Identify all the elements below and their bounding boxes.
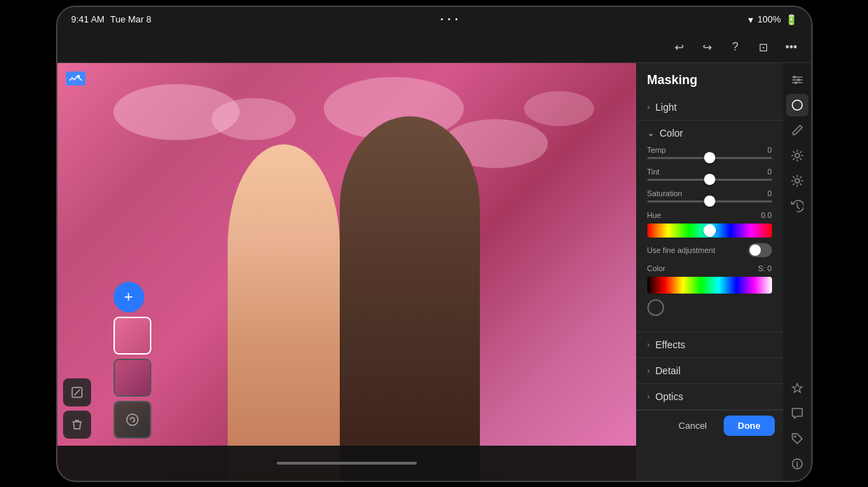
light-section-header[interactable]: › Light xyxy=(636,95,783,120)
tint-value: 0 xyxy=(767,167,771,176)
hide-button[interactable]: ⊡ xyxy=(752,36,775,58)
saturation-label: Saturation xyxy=(647,189,682,198)
svg-point-4 xyxy=(793,76,796,78)
saturation-value: 0 xyxy=(767,189,771,198)
photo-overlay-icon xyxy=(66,71,85,85)
temp-value: 0 xyxy=(767,146,771,154)
svg-point-8 xyxy=(795,153,799,158)
history-icon[interactable] xyxy=(786,195,808,217)
toggle-knob xyxy=(750,245,761,256)
photo-background: + xyxy=(57,63,636,481)
tag-icon[interactable] xyxy=(786,427,808,450)
optics-chevron-icon: › xyxy=(647,392,650,402)
mask-thumbnail-1[interactable] xyxy=(113,317,151,355)
color-section-label: Color xyxy=(660,128,683,139)
alt-gear-icon[interactable] xyxy=(786,170,808,192)
tint-thumb[interactable] xyxy=(704,174,715,185)
temp-label: Temp xyxy=(647,146,666,154)
circle-icon[interactable] xyxy=(786,94,808,116)
hue-slider[interactable] xyxy=(647,224,772,238)
bottom-action-bar: Cancel Done xyxy=(636,410,783,441)
side-icon-bar xyxy=(783,63,811,481)
svg-point-10 xyxy=(794,435,796,437)
color-empty-circle[interactable] xyxy=(647,299,664,316)
effects-section-label: Effects xyxy=(656,339,686,350)
panel-title: Masking xyxy=(636,63,783,95)
redo-button[interactable]: ↪ xyxy=(696,36,719,58)
effects-section-header[interactable]: › Effects xyxy=(636,332,783,357)
color-gradient-bar[interactable] xyxy=(647,277,772,294)
color-picker-label: Color xyxy=(647,264,666,273)
photo-area: + xyxy=(57,63,636,481)
toolbar: ↩ ↪ ? ⊡ ••• xyxy=(57,32,811,63)
detail-section-header[interactable]: › Detail xyxy=(636,358,783,383)
color-section-header[interactable]: ⌄ Color xyxy=(636,121,783,146)
svg-point-6 xyxy=(794,81,797,84)
detail-section-label: Detail xyxy=(656,365,681,376)
adjust-icon[interactable] xyxy=(786,69,808,91)
main-content: + xyxy=(57,63,811,481)
comment-icon[interactable] xyxy=(786,402,808,425)
cancel-button[interactable]: Cancel xyxy=(668,416,718,436)
help-button[interactable]: ? xyxy=(724,36,747,58)
person-right xyxy=(340,116,480,481)
dots-icon: • • • xyxy=(441,15,459,23)
star-icon[interactable] xyxy=(786,377,808,399)
tint-label: Tint xyxy=(647,167,660,176)
detail-chevron-icon: › xyxy=(647,366,650,376)
status-center: • • • xyxy=(441,15,459,23)
ipad-frame: 9:41 AM Tue Mar 8 • • • ▾ 100% 🔋 ↩ ↪ ? ⊡… xyxy=(56,6,813,482)
fine-adjustment-toggle[interactable] xyxy=(748,243,772,257)
status-bar: 9:41 AM Tue Mar 8 • • • ▾ 100% 🔋 xyxy=(57,7,811,32)
undo-button[interactable]: ↩ xyxy=(668,36,691,58)
delete-button[interactable] xyxy=(63,411,91,439)
color-picker-label-row: Color S: 0 xyxy=(647,264,772,273)
mask-thumbnail-3[interactable] xyxy=(113,401,151,439)
people-image xyxy=(214,116,480,481)
svg-point-5 xyxy=(797,78,800,81)
filmstrip-bar xyxy=(277,462,417,465)
hue-label-row: Hue 0.0 xyxy=(647,211,772,219)
saturation-thumb[interactable] xyxy=(704,196,715,207)
saturation-slider-row: Saturation 0 xyxy=(647,189,772,203)
saturation-slider[interactable] xyxy=(647,200,772,203)
optics-section: › Optics xyxy=(636,384,783,410)
svg-point-9 xyxy=(795,179,799,183)
edit-button[interactable] xyxy=(63,378,91,406)
light-section: › Light xyxy=(636,95,783,121)
hue-value: 0.0 xyxy=(761,211,771,219)
gear-icon[interactable] xyxy=(786,144,808,167)
detail-section: › Detail xyxy=(636,358,783,384)
more-button[interactable]: ••• xyxy=(780,36,803,58)
color-chevron-icon: ⌄ xyxy=(647,128,654,138)
floating-panel: + xyxy=(113,282,151,439)
info-icon[interactable] xyxy=(786,453,808,475)
tint-slider-row: Tint 0 xyxy=(647,167,772,181)
pencil-icon[interactable] xyxy=(786,119,808,142)
mask-thumbnail-2[interactable] xyxy=(113,359,151,397)
hue-label: Hue xyxy=(647,211,661,219)
hue-thumb[interactable] xyxy=(703,224,716,237)
svg-point-7 xyxy=(792,100,802,110)
filmstrip xyxy=(57,446,636,481)
battery-percent: 100% xyxy=(757,14,780,25)
temp-slider[interactable] xyxy=(647,157,772,159)
color-section-content: Temp 0 Tint 0 xyxy=(636,146,783,331)
temp-thumb[interactable] xyxy=(704,152,715,163)
temp-slider-row: Temp 0 xyxy=(647,146,772,159)
right-panel: Masking › Light ⌄ Color xyxy=(636,63,783,481)
add-mask-button[interactable]: + xyxy=(113,282,144,313)
svg-point-1 xyxy=(77,75,80,78)
tint-slider[interactable] xyxy=(647,179,772,181)
status-right: ▾ 100% 🔋 xyxy=(748,14,797,25)
fine-adjustment-row: Use fine adjustment xyxy=(647,243,772,257)
battery-icon: 🔋 xyxy=(785,14,797,25)
optics-section-label: Optics xyxy=(656,391,684,402)
ipad-screen: 9:41 AM Tue Mar 8 • • • ▾ 100% 🔋 ↩ ↪ ? ⊡… xyxy=(57,7,811,481)
done-button[interactable]: Done xyxy=(724,416,775,436)
svg-point-2 xyxy=(127,414,138,425)
optics-section-header[interactable]: › Optics xyxy=(636,384,783,409)
person-left xyxy=(228,144,340,481)
light-chevron-icon: › xyxy=(647,102,650,112)
color-section: ⌄ Color Temp 0 xyxy=(636,121,783,332)
